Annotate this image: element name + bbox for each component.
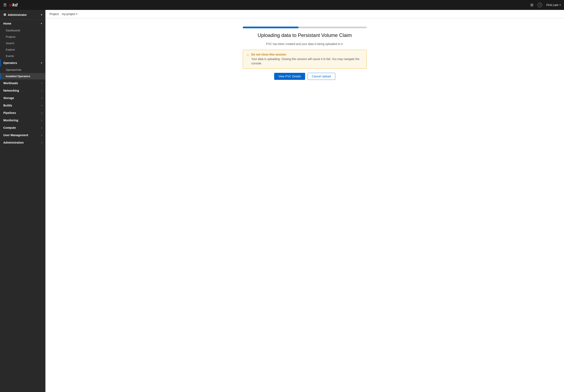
hamburger-menu-icon[interactable]: ☰ bbox=[3, 3, 7, 7]
help-icon[interactable]: ? bbox=[537, 3, 542, 7]
content-area: Project: my-project ▾ Uploading data to … bbox=[45, 10, 564, 392]
sidebar-section-administration-header[interactable]: Administration › bbox=[0, 139, 45, 146]
project-label: Project: bbox=[50, 12, 59, 16]
sidebar-item-explore[interactable]: Explore bbox=[0, 46, 45, 53]
sidebar-section-workloads-header[interactable]: Workloads › bbox=[0, 80, 45, 87]
sidebar-section-operators: Operators ▾ OperatorHub Installed Operat… bbox=[0, 59, 45, 80]
sidebar: ⚙ Administrator ▾ Home ▾ Dashboards Proj… bbox=[0, 10, 45, 392]
sidebar-operators-label: Operators bbox=[3, 61, 17, 65]
sidebar-item-operatorhub[interactable]: OperatorHub bbox=[0, 67, 45, 73]
action-buttons: View PVC Details Cancel Upload bbox=[274, 73, 335, 80]
top-navigation: ☰ o kd ⊞ ? First Last ▾ bbox=[0, 0, 564, 10]
sidebar-pipelines-label: Pipelines bbox=[3, 111, 16, 114]
home-chevron-icon: ▾ bbox=[41, 22, 42, 25]
sidebar-section-compute: Compute › bbox=[0, 124, 45, 131]
user-name: First Last bbox=[546, 3, 558, 7]
sidebar-item-projects[interactable]: Projects bbox=[0, 34, 45, 40]
storage-chevron-icon: › bbox=[41, 97, 42, 99]
warning-content: Do not close this session Your data is u… bbox=[251, 53, 363, 66]
cancel-upload-button[interactable]: Cancel Upload bbox=[308, 73, 335, 80]
compute-chevron-icon: › bbox=[41, 126, 42, 129]
sidebar-section-builds: Builds › bbox=[0, 102, 45, 109]
user-management-chevron-icon: › bbox=[41, 134, 42, 136]
operators-chevron-icon: ▾ bbox=[41, 62, 42, 64]
sidebar-compute-label: Compute bbox=[3, 126, 16, 129]
user-caret-icon: ▾ bbox=[560, 3, 561, 6]
sidebar-section-networking-header[interactable]: Networking › bbox=[0, 87, 45, 94]
sidebar-builds-label: Builds bbox=[3, 104, 12, 107]
monitoring-chevron-icon: › bbox=[41, 119, 42, 122]
sidebar-role-label: Administrator bbox=[8, 13, 27, 16]
sidebar-section-home: Home ▾ Dashboards Projects Search Explor… bbox=[0, 20, 45, 59]
networking-chevron-icon: › bbox=[41, 89, 42, 92]
sidebar-workloads-label: Workloads bbox=[3, 81, 18, 85]
sidebar-role-selector[interactable]: ⚙ Administrator ▾ bbox=[0, 10, 45, 20]
sidebar-section-storage: Storage › bbox=[0, 94, 45, 102]
sidebar-section-user-management-header[interactable]: User Management › bbox=[0, 131, 45, 139]
sidebar-section-compute-header[interactable]: Compute › bbox=[0, 124, 45, 131]
sidebar-home-label: Home bbox=[3, 22, 11, 25]
sidebar-administration-label: Administration bbox=[3, 141, 24, 144]
sidebar-section-monitoring: Monitoring › bbox=[0, 117, 45, 124]
sidebar-section-home-header[interactable]: Home ▾ bbox=[0, 20, 45, 27]
sidebar-networking-label: Networking bbox=[3, 89, 19, 92]
builds-chevron-icon: › bbox=[41, 104, 42, 107]
sidebar-item-search[interactable]: Search bbox=[0, 40, 45, 46]
okd-logo: o kd bbox=[9, 2, 17, 8]
sidebar-section-builds-header[interactable]: Builds › bbox=[0, 102, 45, 109]
progress-bar-fill bbox=[243, 27, 298, 28]
role-gear-icon: ⚙ bbox=[3, 13, 6, 17]
workloads-chevron-icon: › bbox=[41, 82, 42, 84]
sidebar-section-monitoring-header[interactable]: Monitoring › bbox=[0, 117, 45, 124]
sidebar-item-dashboards[interactable]: Dashboards bbox=[0, 27, 45, 34]
logo-o: o bbox=[9, 2, 12, 8]
role-caret-icon: ▾ bbox=[41, 14, 42, 16]
sidebar-user-management-label: User Management bbox=[3, 134, 28, 137]
main-content: Uploading data to Persistant Volume Clai… bbox=[45, 18, 564, 392]
project-name: my-project bbox=[62, 12, 75, 16]
progress-bar-container bbox=[243, 27, 367, 28]
sidebar-section-storage-header[interactable]: Storage › bbox=[0, 94, 45, 102]
upload-card: Uploading data to Persistant Volume Clai… bbox=[243, 27, 367, 80]
sidebar-section-user-management: User Management › bbox=[0, 131, 45, 139]
pipelines-chevron-icon: › bbox=[41, 112, 42, 114]
warning-text: Your data is uploading. Closing this ses… bbox=[251, 57, 363, 66]
upload-subtitle: PVC has been created and your data is be… bbox=[266, 42, 343, 46]
sidebar-item-events[interactable]: Events bbox=[0, 53, 45, 59]
sidebar-section-networking: Networking › bbox=[0, 87, 45, 94]
sidebar-section-workloads: Workloads › bbox=[0, 80, 45, 87]
project-bar: Project: my-project ▾ bbox=[45, 10, 564, 18]
grid-icon[interactable]: ⊞ bbox=[530, 3, 534, 7]
logo-kd: kd bbox=[12, 2, 17, 8]
administration-chevron-icon: › bbox=[41, 141, 42, 144]
view-pvc-details-button[interactable]: View PVC Details bbox=[274, 73, 305, 80]
project-caret-icon[interactable]: ▾ bbox=[76, 13, 77, 15]
warning-box: ⚠ Do not close this session Your data is… bbox=[243, 50, 367, 69]
sidebar-item-installed-operators[interactable]: Installed Operators bbox=[0, 73, 45, 80]
warning-title: Do not close this session bbox=[251, 53, 363, 56]
sidebar-section-administration: Administration › bbox=[0, 139, 45, 146]
warning-triangle-icon: ⚠ bbox=[246, 53, 249, 57]
sidebar-monitoring-label: Monitoring bbox=[3, 119, 18, 122]
sidebar-section-pipelines-header[interactable]: Pipelines › bbox=[0, 109, 45, 117]
upload-title: Uploading data to Persistant Volume Clai… bbox=[258, 32, 352, 38]
sidebar-storage-label: Storage bbox=[3, 96, 14, 100]
user-menu[interactable]: First Last ▾ bbox=[546, 3, 561, 7]
sidebar-section-operators-header[interactable]: Operators ▾ bbox=[0, 59, 45, 67]
sidebar-section-pipelines: Pipelines › bbox=[0, 109, 45, 117]
